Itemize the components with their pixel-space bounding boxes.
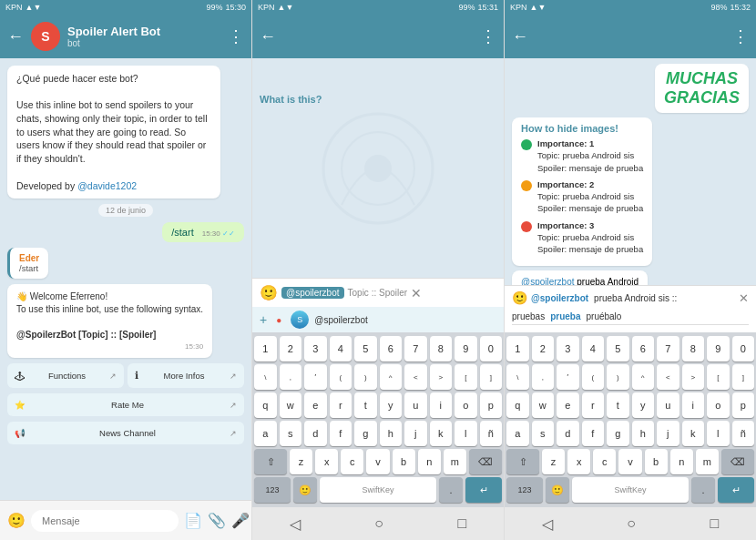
p3-key-g[interactable]: g bbox=[607, 421, 629, 446]
key-gt[interactable]: > bbox=[430, 364, 453, 390]
suggestion-1[interactable]: pruebas bbox=[512, 311, 545, 321]
p3-key-f[interactable]: f bbox=[582, 421, 605, 446]
p3-key-s[interactable]: s bbox=[532, 421, 555, 446]
key-comma[interactable]: , bbox=[280, 364, 302, 390]
key-back[interactable]: \ bbox=[254, 364, 277, 390]
news-channel-button[interactable]: 📢 News Channel ↗ bbox=[7, 422, 244, 444]
back-button-1[interactable]: ← bbox=[7, 27, 24, 46]
key-lt[interactable]: < bbox=[404, 364, 427, 390]
key-e[interactable]: e bbox=[304, 392, 327, 418]
key-6[interactable]: 6 bbox=[380, 336, 403, 362]
nav-recent-3[interactable]: □ bbox=[710, 515, 720, 532]
p3-key-lb[interactable]: [ bbox=[707, 364, 730, 390]
key-k[interactable]: k bbox=[430, 421, 453, 446]
key-delete[interactable]: ⌫ bbox=[469, 449, 502, 474]
key-emoji[interactable]: 🙂 bbox=[293, 477, 317, 503]
add-mention-btn[interactable]: + bbox=[260, 312, 267, 327]
key-space[interactable]: SwiftKey bbox=[320, 477, 436, 503]
nav-home-2[interactable]: ○ bbox=[374, 515, 383, 532]
p3-key-4[interactable]: 4 bbox=[582, 336, 605, 362]
p3-key-emoji[interactable]: 🙂 bbox=[546, 477, 569, 503]
key-m[interactable]: m bbox=[444, 449, 466, 474]
key-x[interactable]: x bbox=[315, 449, 338, 474]
nav-back-3[interactable]: ◁ bbox=[542, 515, 553, 533]
p3-key-comma[interactable]: , bbox=[532, 364, 555, 390]
nav-recent-2[interactable]: □ bbox=[458, 515, 467, 532]
p3-key-w[interactable]: w bbox=[532, 392, 555, 418]
p3-key-rp[interactable]: ) bbox=[607, 364, 629, 390]
key-lbr[interactable]: [ bbox=[455, 364, 477, 390]
p3-key-space[interactable]: SwiftKey bbox=[572, 477, 689, 503]
key-t[interactable]: t bbox=[354, 392, 377, 418]
p3-key-m[interactable]: m bbox=[696, 449, 719, 474]
functions-button[interactable]: 🕹 Functions ↗ bbox=[7, 363, 124, 388]
key-n[interactable]: n bbox=[418, 449, 441, 474]
p3-key-enter[interactable]: ↵ bbox=[718, 477, 754, 503]
p3-key-x[interactable]: x bbox=[567, 449, 590, 474]
p3-key-lp[interactable]: ( bbox=[582, 364, 605, 390]
p3-key-8[interactable]: 8 bbox=[682, 336, 705, 362]
emoji-button-1[interactable]: 🙂 bbox=[7, 512, 26, 529]
emoji-btn-3[interactable]: 🙂 bbox=[512, 290, 527, 305]
p3-key-7[interactable]: 7 bbox=[657, 336, 679, 362]
key-v[interactable]: v bbox=[366, 449, 389, 474]
p3-key-n[interactable]: n bbox=[670, 449, 693, 474]
sticker-button[interactable]: 📄 bbox=[184, 512, 202, 529]
nav-back-2[interactable]: ◁ bbox=[290, 515, 301, 533]
key-9[interactable]: 9 bbox=[455, 336, 477, 362]
key-lpar[interactable]: ( bbox=[330, 364, 352, 390]
key-r[interactable]: r bbox=[330, 392, 352, 418]
key-q[interactable]: q bbox=[254, 392, 277, 418]
p3-key-lt[interactable]: < bbox=[657, 364, 679, 390]
p3-key-r[interactable]: r bbox=[582, 392, 605, 418]
p3-key-k[interactable]: k bbox=[682, 421, 705, 446]
p3-key-123[interactable]: 123 bbox=[506, 477, 543, 503]
key-4[interactable]: 4 bbox=[330, 336, 352, 362]
key-123[interactable]: 123 bbox=[254, 477, 291, 503]
key-b[interactable]: b bbox=[393, 449, 415, 474]
p3-key-h[interactable]: h bbox=[632, 421, 655, 446]
p3-key-bk[interactable]: \ bbox=[506, 364, 529, 390]
p3-key-0[interactable]: 0 bbox=[732, 336, 755, 362]
key-s[interactable]: s bbox=[280, 421, 302, 446]
suggestion-3[interactable]: pruébalo bbox=[586, 311, 621, 321]
back-button-2[interactable]: ← bbox=[260, 27, 276, 46]
p3-key-2[interactable]: 2 bbox=[532, 336, 555, 362]
key-8[interactable]: 8 bbox=[430, 336, 453, 362]
menu-button-2[interactable]: ⋮ bbox=[480, 26, 496, 46]
key-enter[interactable]: ↵ bbox=[465, 477, 502, 503]
key-l[interactable]: l bbox=[455, 421, 477, 446]
p3-key-y[interactable]: y bbox=[632, 392, 655, 418]
p3-key-d[interactable]: d bbox=[557, 421, 579, 446]
p3-key-j[interactable]: j bbox=[657, 421, 679, 446]
key-2[interactable]: 2 bbox=[280, 336, 302, 362]
p3-key-ap[interactable]: ʼ bbox=[557, 364, 579, 390]
p3-key-l[interactable]: l bbox=[707, 421, 730, 446]
p3-key-3[interactable]: 3 bbox=[557, 336, 579, 362]
p3-key-q[interactable]: q bbox=[506, 392, 529, 418]
key-y[interactable]: y bbox=[380, 392, 403, 418]
p3-key-b[interactable]: b bbox=[645, 449, 668, 474]
key-7[interactable]: 7 bbox=[404, 336, 427, 362]
key-i[interactable]: i bbox=[430, 392, 453, 418]
p3-key-nt[interactable]: ñ bbox=[732, 421, 755, 446]
p3-key-ca[interactable]: ^ bbox=[632, 364, 655, 390]
p3-key-t[interactable]: t bbox=[607, 392, 629, 418]
p3-key-i[interactable]: i bbox=[682, 392, 705, 418]
back-button-3[interactable]: ← bbox=[512, 27, 528, 46]
key-shift[interactable]: ⇧ bbox=[254, 449, 287, 474]
p3-key-gt[interactable]: > bbox=[682, 364, 705, 390]
key-5[interactable]: 5 bbox=[354, 336, 377, 362]
key-c[interactable]: c bbox=[341, 449, 363, 474]
key-z[interactable]: z bbox=[290, 449, 312, 474]
p3-key-e[interactable]: e bbox=[557, 392, 579, 418]
key-j[interactable]: j bbox=[404, 421, 427, 446]
inline-close-btn[interactable]: ✕ bbox=[411, 286, 422, 301]
attach-button-1[interactable]: 📎 bbox=[208, 512, 226, 529]
key-3[interactable]: 3 bbox=[304, 336, 327, 362]
more-infos-button[interactable]: ℹ More Infos ↗ bbox=[128, 363, 244, 388]
p3-key-u[interactable]: u bbox=[657, 392, 679, 418]
key-apos[interactable]: ʼ bbox=[304, 364, 327, 390]
p3-key-o[interactable]: o bbox=[707, 392, 730, 418]
key-h[interactable]: h bbox=[380, 421, 403, 446]
